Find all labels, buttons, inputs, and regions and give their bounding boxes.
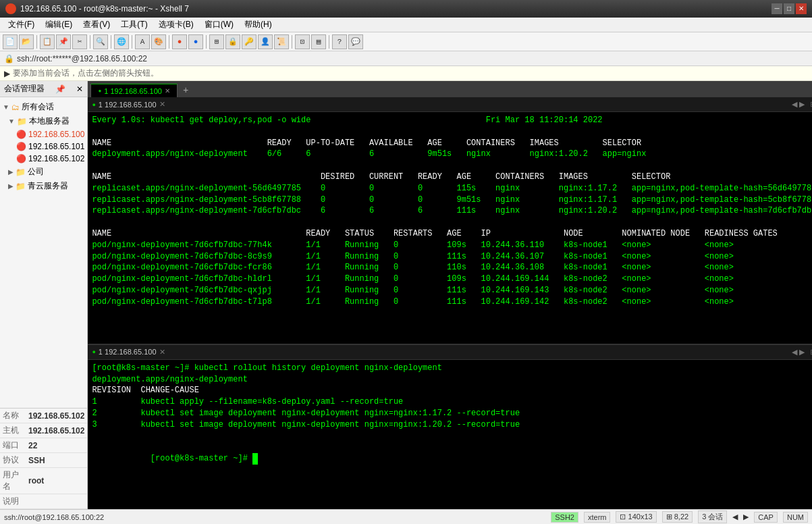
sidebar-pin-icon[interactable]: 📌 <box>55 84 65 94</box>
tree-arrow: ▼ <box>3 103 9 111</box>
sidebar-item-all-sessions[interactable]: ▼ 🗂 所有会话 <box>0 100 87 114</box>
prompt-text: [root@k8s-master ~]# <box>151 454 252 463</box>
tab-close[interactable]: ✕ <box>165 87 170 95</box>
si-user-val: root <box>26 468 87 494</box>
sidebar-item-qingyun[interactable]: ▶ 📁 青云服务器 <box>0 179 87 193</box>
toolbar: 📄 📂 📋 📌 ✂ 🔍 🌐 A 🎨 ● ● ⊞ 🔒 🔑 👤 📜 ⊡ ▤ ? 💬 <box>0 32 812 51</box>
menu-window[interactable]: 窗口(W) <box>199 18 239 32</box>
blue-icon-button[interactable]: ● <box>188 34 203 49</box>
si-protocol-label: 协议 <box>0 453 26 468</box>
title-bar: 192.168.65.100 - root@k8s-master:~ - Xsh… <box>0 0 812 18</box>
top-pane-nav[interactable]: ◀ ▶ <box>792 100 805 109</box>
tab-0[interactable]: ● 1 192.168.65.100 ✕ <box>90 84 177 97</box>
layout-button[interactable]: ▤ <box>311 34 326 49</box>
paste-button[interactable]: 📌 <box>56 34 71 49</box>
new-session-button[interactable]: 📄 <box>3 34 18 49</box>
menu-tools[interactable]: 工具(T) <box>115 18 153 32</box>
top-pane-title: 1 192.168.65.100 <box>99 101 157 109</box>
bterm-line-1: deployment.apps/nginx-deployment <box>92 374 812 386</box>
cursor <box>252 453 258 465</box>
terminal-bottom-pane[interactable]: ● 1 192.168.65.100 ✕ ◀ ▶ ⊟ [root@k8s-mas… <box>88 345 812 509</box>
expand-button[interactable]: ⊞ <box>209 34 224 49</box>
menu-file[interactable]: 文件(F) <box>3 18 40 32</box>
sidebar-item-server-101[interactable]: 🔴 192.168.65.101 <box>0 140 87 153</box>
si-user-label: 用户名 <box>0 468 26 494</box>
menu-bar: 文件(F) 编辑(E) 查看(V) 工具(T) 选项卡(B) 窗口(W) 帮助(… <box>0 18 812 32</box>
sidebar-item-server-100[interactable]: 🔴 192.168.65.100 <box>0 128 87 140</box>
copy-button[interactable]: 📋 <box>40 34 55 49</box>
menu-help[interactable]: 帮助(H) <box>239 18 277 32</box>
window-title: 192.168.65.100 - root@k8s-master:~ - Xsh… <box>20 4 772 14</box>
term-line-3: deployment.apps/nginx-deployment 6/6 6 6… <box>92 149 812 160</box>
folder-icon-company: 📁 <box>16 167 26 177</box>
open-button[interactable]: 📂 <box>19 34 34 49</box>
bottom-pane-close[interactable]: ✕ <box>159 348 165 357</box>
status-badge-size: ⊡ 140x13 <box>616 511 656 523</box>
bterm-line-5: 3 kubectl set image deployment nginx-dep… <box>92 419 812 431</box>
resize-icon: ⊡ <box>620 513 626 521</box>
tree-arrow-company: ▶ <box>8 168 13 176</box>
tab-label: 1 192.168.65.100 <box>104 87 162 95</box>
hint-arrow[interactable]: ▶ <box>4 69 10 78</box>
tab-dot: ● <box>98 88 101 94</box>
sidebar-close-icon[interactable]: ✕ <box>76 84 83 94</box>
tab-add-button[interactable]: + <box>179 84 192 97</box>
top-pane-close[interactable]: ✕ <box>159 100 165 109</box>
user-button[interactable]: 👤 <box>258 34 273 49</box>
sessions-next-button[interactable]: ▶ <box>743 513 749 521</box>
bterm-line-4: 2 kubectl set image deployment nginx-dep… <box>92 408 812 419</box>
help-button[interactable]: ? <box>332 34 347 49</box>
folder-icon: 🗂 <box>11 103 20 112</box>
address-text: ssh://root:******@192.168.65.100:22 <box>17 54 147 63</box>
script-button[interactable]: 📜 <box>274 34 289 49</box>
chat-button[interactable]: 💬 <box>348 34 363 49</box>
address-bar: 🔒 ssh://root:******@192.168.65.100:22 <box>0 51 812 66</box>
server-icon-100: 🔴 <box>16 130 26 139</box>
globe-button[interactable]: 🌐 <box>114 34 129 49</box>
terminal-panes: ● 1 192.168.65.100 ✕ ◀ ▶ ⊟ Every 1.0s: k… <box>88 97 812 509</box>
term-line-6: replicaset.apps/nginx-deployment-56d6497… <box>92 183 812 194</box>
sidebar-item-company[interactable]: ▶ 📁 公司 <box>0 165 87 179</box>
search-button[interactable]: 🔍 <box>93 34 108 49</box>
bterm-line-3: 1 kubectl apply --filename=k8s-deploy.ya… <box>92 396 812 408</box>
maximize-button[interactable]: □ <box>784 3 794 14</box>
si-name-val: 192.168.65.102 <box>26 409 87 423</box>
sessions-prev-button[interactable]: ◀ <box>732 513 738 521</box>
status-badge-xterm: xterm <box>584 512 611 523</box>
server-icon-102: 🔴 <box>16 154 26 163</box>
terminal-bottom-header: ● 1 192.168.65.100 ✕ ◀ ▶ ⊟ <box>88 345 812 360</box>
lock-button[interactable]: 🔒 <box>225 34 240 49</box>
menu-tabs[interactable]: 选项卡(B) <box>153 18 199 32</box>
lock-icon: 🔒 <box>4 54 14 63</box>
window-controls[interactable]: ─ □ ✕ <box>772 3 807 14</box>
term-line-8: replicaset.apps/nginx-deployment-7d6cfb7… <box>92 205 812 217</box>
color-button[interactable]: 🎨 <box>151 34 166 49</box>
term-line-5: NAME DESIRED CURRENT READY AGE CONTAINER… <box>92 172 812 183</box>
sidebar-item-server-102[interactable]: 🔴 192.168.65.102 <box>0 153 87 165</box>
tree-item-label: 所有会话 <box>22 101 54 113</box>
folder-icon-qingyun: 📁 <box>16 182 26 191</box>
font-button[interactable]: A <box>135 34 150 49</box>
menu-edit[interactable]: 编辑(E) <box>40 18 78 32</box>
minimize-button[interactable]: ─ <box>772 3 782 14</box>
si-desc-val <box>26 494 87 509</box>
status-badge-pos: ⊞ 8,22 <box>662 511 693 523</box>
si-host-val: 192.168.65.102 <box>26 423 87 438</box>
menu-view[interactable]: 查看(V) <box>78 18 115 32</box>
sidebar-header: 会话管理器 📌 ✕ <box>0 81 87 97</box>
red-icon-button[interactable]: ● <box>172 34 187 49</box>
key-button[interactable]: 🔑 <box>242 34 256 49</box>
terminal-top-content[interactable]: Every 1.0s: kubectl get deploy,rs,pod -o… <box>88 112 812 344</box>
terminal-top-pane[interactable]: ● 1 192.168.65.100 ✕ ◀ ▶ ⊟ Every 1.0s: k… <box>88 97 812 345</box>
status-badge-ssh2: SSH2 <box>551 512 578 523</box>
session-info: 名称192.168.65.102 主机192.168.65.102 端口22 协… <box>0 408 87 509</box>
close-button[interactable]: ✕ <box>796 3 807 14</box>
cut-button[interactable]: ✂ <box>72 34 87 49</box>
app-icon <box>5 3 16 14</box>
terminal-bottom-content[interactable]: [root@k8s-master ~]# kubectl rollout his… <box>88 360 812 509</box>
term-line-16: pod/nginx-deployment-7d6cfb7dbc-t7lp8 1/… <box>92 296 812 308</box>
tree-item-label-local: 本地服务器 <box>29 115 70 127</box>
bottom-pane-nav[interactable]: ◀ ▶ <box>792 348 805 357</box>
split-button[interactable]: ⊡ <box>295 34 310 49</box>
sidebar-item-local-servers[interactable]: ▼ 📁 本地服务器 <box>0 114 87 128</box>
